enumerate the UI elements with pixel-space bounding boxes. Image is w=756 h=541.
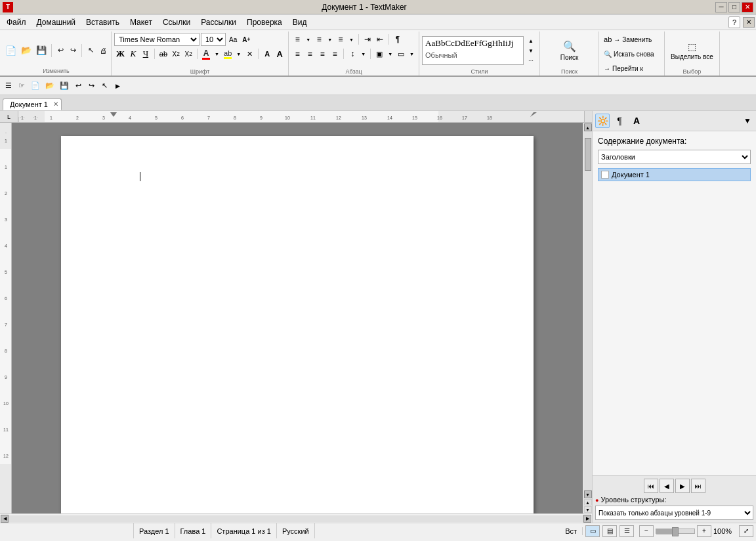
highlight-button[interactable]: ab bbox=[222, 47, 234, 60]
font-size-display-button[interactable]: Aa bbox=[227, 33, 239, 46]
grow-font-button[interactable]: A bbox=[274, 47, 285, 60]
line-spacing-arrow[interactable]: ▼ bbox=[359, 47, 368, 60]
numbered-list-button[interactable]: ≡ bbox=[313, 33, 325, 46]
qa-save-button[interactable]: 💾 bbox=[58, 79, 71, 93]
font-color-arrow[interactable]: ▼ bbox=[213, 47, 221, 60]
document-editor[interactable] bbox=[140, 172, 488, 435]
nav-last-button[interactable]: ⏭ bbox=[691, 479, 705, 493]
status-view-reading[interactable]: ☰ bbox=[620, 525, 634, 537]
zoom-in-button[interactable]: + bbox=[697, 525, 711, 537]
redo-button[interactable]: ↪ bbox=[67, 44, 79, 57]
shading-arrow[interactable]: ▼ bbox=[386, 47, 394, 60]
menu-references[interactable]: Ссылки bbox=[158, 16, 196, 28]
help-button[interactable]: ? bbox=[728, 16, 740, 28]
zoom-out-button[interactable]: − bbox=[639, 525, 654, 537]
font-size-select[interactable]: 10 bbox=[201, 33, 226, 46]
panel-dropdown-button[interactable]: ▼ bbox=[742, 115, 753, 127]
search-button[interactable]: 🔍 Поиск bbox=[557, 37, 582, 64]
replace-button[interactable]: ab→Заменить bbox=[602, 33, 661, 46]
panel-splitter[interactable]: ▲ bbox=[584, 499, 592, 506]
menu-layout[interactable]: Макет bbox=[125, 16, 158, 28]
vertical-scrollbar[interactable]: ▲ ▼ ▲ ▼ bbox=[583, 123, 592, 513]
styles-preview-box[interactable]: AaBbCcDdEeFfGgHhIiJj Обычный bbox=[422, 36, 524, 65]
styles-all-button[interactable]: ⋯ bbox=[525, 56, 537, 65]
minimize-button[interactable]: ─ bbox=[715, 2, 727, 12]
align-justify-button[interactable]: ≡ bbox=[329, 47, 341, 60]
bold-button[interactable]: Ж bbox=[114, 47, 127, 60]
shrink-font-button[interactable]: A bbox=[261, 47, 273, 60]
hscroll-track[interactable] bbox=[9, 515, 583, 522]
styles-up-button[interactable]: ▲ bbox=[525, 36, 537, 45]
scroll-up-button[interactable]: ▲ bbox=[584, 123, 592, 131]
panel-navigator-button[interactable]: 🔆 bbox=[595, 114, 610, 128]
menu-review[interactable]: Проверка bbox=[242, 16, 287, 28]
align-left-button[interactable]: ≡ bbox=[291, 47, 303, 60]
qa-open-button[interactable]: 📂 bbox=[43, 79, 56, 93]
shading-button[interactable]: ▣ bbox=[373, 47, 385, 60]
goto-button[interactable]: →Перейти к bbox=[602, 62, 661, 75]
panel-close-button[interactable]: ✕ bbox=[743, 17, 755, 28]
hscroll-left-button[interactable]: ◀ bbox=[1, 515, 9, 523]
ruler-scroll-btn[interactable] bbox=[584, 111, 592, 122]
subscript-button[interactable]: X2 bbox=[170, 47, 182, 60]
outline-list-arrow[interactable]: ▼ bbox=[347, 33, 356, 46]
zoom-fit-button[interactable]: ⤢ bbox=[739, 525, 753, 537]
doc-outline-item[interactable]: Документ 1 bbox=[598, 168, 751, 181]
styles-down-button[interactable]: ▼ bbox=[525, 46, 537, 55]
document-area[interactable] bbox=[12, 123, 583, 513]
horizontal-scrollbar[interactable]: ◀ ▶ bbox=[0, 513, 592, 523]
structure-level-select[interactable]: Показать только абзацы уровней 1-9 Урове… bbox=[595, 506, 753, 520]
clear-format-button[interactable]: ✕ bbox=[243, 47, 255, 60]
bullet-list-button[interactable]: ≡ bbox=[291, 33, 303, 46]
outline-list-button[interactable]: ≡ bbox=[335, 33, 346, 46]
qa-hand-button[interactable]: ☞ bbox=[16, 79, 28, 93]
document-tab[interactable]: Документ 1 ✕ bbox=[3, 98, 62, 110]
indent-left-button[interactable]: ⇤ bbox=[374, 33, 386, 46]
hscroll-right-button[interactable]: ▶ bbox=[583, 515, 591, 523]
font-grow-button[interactable]: A+ bbox=[240, 33, 252, 46]
bullet-list-arrow[interactable]: ▼ bbox=[304, 33, 312, 46]
border-button[interactable]: ▭ bbox=[395, 47, 407, 60]
menu-view[interactable]: Вид bbox=[287, 16, 312, 28]
select-all-button[interactable]: ⬚ Выделить все bbox=[667, 36, 717, 65]
indent-right-button[interactable]: ⇥ bbox=[362, 33, 373, 46]
print-button[interactable]: 🖨 bbox=[97, 44, 109, 57]
status-view-layout[interactable]: ▤ bbox=[602, 525, 617, 537]
qa-cursor-button[interactable]: ↖ bbox=[98, 79, 110, 93]
panel-category-select[interactable]: Заголовки Закладки Фигуры bbox=[598, 150, 751, 164]
align-right-button[interactable]: ≡ bbox=[316, 47, 328, 60]
doc-outline-checkbox[interactable] bbox=[601, 171, 609, 179]
close-button[interactable]: ✕ bbox=[742, 2, 753, 12]
menu-home[interactable]: Домашний bbox=[32, 16, 81, 28]
open-file-button[interactable]: 📂 bbox=[19, 44, 33, 57]
qa-menu-button[interactable]: ☰ bbox=[3, 79, 14, 93]
scroll-down-button[interactable]: ▼ bbox=[584, 490, 592, 498]
tab-close-button[interactable]: ✕ bbox=[53, 100, 58, 108]
highlight-arrow[interactable]: ▼ bbox=[234, 47, 243, 60]
border-arrow[interactable]: ▼ bbox=[408, 47, 416, 60]
nav-next-button[interactable]: ▶ bbox=[675, 479, 690, 493]
document-page[interactable] bbox=[61, 136, 534, 513]
save-button[interactable]: 💾 bbox=[34, 44, 49, 57]
italic-button[interactable]: К bbox=[127, 47, 139, 60]
underline-button[interactable]: Ч bbox=[140, 47, 152, 60]
font-color-button[interactable]: A bbox=[200, 47, 212, 60]
nav-prev-button[interactable]: ◀ bbox=[660, 479, 674, 493]
status-insert-mode[interactable]: Вст bbox=[560, 527, 583, 535]
new-file-button[interactable]: 📄 bbox=[3, 44, 18, 57]
cursor-button[interactable]: ↖ bbox=[85, 44, 96, 57]
qa-new-button[interactable]: 📄 bbox=[29, 79, 42, 93]
menu-insert[interactable]: Вставить bbox=[81, 16, 125, 28]
maximize-button[interactable]: □ bbox=[728, 2, 740, 12]
find-again-button[interactable]: 🔍Искать снова bbox=[602, 47, 661, 60]
strikethrough-button[interactable]: ab bbox=[158, 47, 169, 60]
qa-redo-button[interactable]: ↪ bbox=[85, 79, 97, 93]
font-name-select[interactable]: Times New Roman bbox=[114, 33, 200, 46]
undo-button[interactable]: ↩ bbox=[54, 44, 66, 57]
numbered-list-arrow[interactable]: ▼ bbox=[326, 33, 334, 46]
scroll-track[interactable] bbox=[584, 131, 592, 490]
panel-paragraph-button[interactable]: ¶ bbox=[612, 114, 627, 128]
qa-more-button[interactable]: ▶ bbox=[112, 79, 123, 93]
line-spacing-button[interactable]: ↕ bbox=[346, 47, 358, 60]
nav-first-button[interactable]: ⏮ bbox=[644, 479, 658, 493]
